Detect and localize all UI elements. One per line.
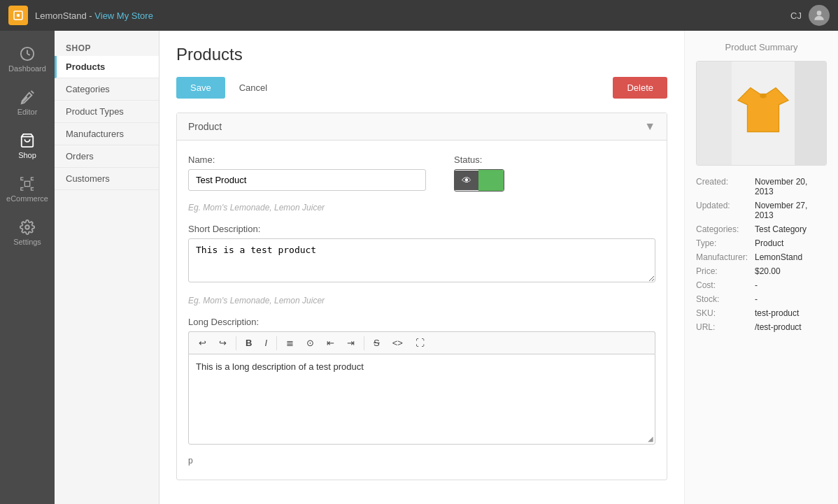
long-desc-group: Long Description: ↩ ↪ B I ≣ ⊙ ⇤ ⇥ (188, 317, 655, 445)
nav-item-manufacturers[interactable]: Manufacturers (55, 123, 159, 145)
product-image-main (732, 62, 795, 165)
meta-created: Created: November 20, 2013 (696, 177, 827, 196)
meta-url: URL: /test-product (696, 322, 827, 332)
page-title: Products (176, 45, 667, 64)
categories-label: Categories: (696, 224, 752, 234)
nav-item-products[interactable]: Products (55, 56, 159, 78)
name-input[interactable] (188, 169, 426, 191)
content-wrapper: Products Save Cancel Delete Product ▼ Na… (159, 31, 838, 504)
cancel-button[interactable]: Cancel (232, 77, 274, 99)
type-value: Product (755, 238, 783, 248)
nav-item-orders[interactable]: Orders (55, 145, 159, 168)
updated-value: November 27, 2013 (755, 201, 827, 220)
summary-meta: Created: November 20, 2013 Updated: Nove… (696, 177, 827, 332)
indent-button[interactable]: ⇥ (341, 335, 360, 351)
nav-item-customers[interactable]: Customers (55, 168, 159, 190)
bold-button[interactable]: B (240, 335, 257, 351)
svg-point-1 (17, 14, 20, 17)
ol-button[interactable]: ⊙ (301, 335, 320, 351)
status-group: Status: 👁 (454, 154, 504, 192)
redo-button[interactable]: ↪ (213, 335, 232, 351)
sidebar-item-editor[interactable]: Editor (0, 81, 55, 124)
svg-line-5 (27, 54, 30, 55)
editor-label: Editor (17, 108, 38, 116)
delete-button[interactable]: Delete (613, 77, 667, 99)
toolbar-separator-1 (236, 336, 236, 350)
meta-price: Price: $20.00 (696, 266, 827, 276)
name-status-row: Name: Status: 👁 (188, 154, 655, 192)
toggle-on-indicator (478, 170, 504, 191)
created-label: Created: (696, 177, 752, 196)
product-panel: Product ▼ Name: Status: (176, 113, 667, 480)
meta-manufacturer: Manufacturer: LemonStand (696, 252, 827, 262)
save-button[interactable]: Save (176, 77, 225, 99)
undo-button[interactable]: ↩ (193, 335, 212, 351)
cost-value: - (755, 280, 758, 290)
name-label: Name: (188, 154, 426, 165)
meta-cost: Cost: - (696, 280, 827, 290)
status-toggle[interactable]: 👁 (454, 169, 504, 192)
ul-button[interactable]: ≣ (280, 335, 299, 351)
price-label: Price: (696, 266, 752, 276)
status-toggle-btn[interactable]: 👁 (454, 169, 504, 192)
manufacturer-label: Manufacturer: (696, 252, 752, 262)
topbar-right: CJ (790, 5, 830, 26)
settings-label: Settings (13, 238, 41, 246)
content-main: Products Save Cancel Delete Product ▼ Na… (159, 31, 684, 504)
nav-item-product-types[interactable]: Product Types (55, 101, 159, 123)
avatar (809, 5, 830, 26)
main-layout: Dashboard Editor Shop eCommerce Settings… (0, 31, 838, 504)
fullscreen-button[interactable]: ⛶ (410, 335, 430, 351)
eye-icon: 👁 (455, 171, 478, 190)
sidebar-item-shop[interactable]: Shop (0, 124, 55, 168)
short-desc-hint: Eg. Mom's Lemonade, Lemon Juicer (188, 296, 655, 305)
italic-button[interactable]: I (259, 335, 273, 351)
type-label: Type: (696, 238, 752, 248)
sidebar-item-ecommerce[interactable]: eCommerce (0, 168, 55, 211)
svg-point-2 (817, 10, 822, 15)
product-image-thumb-left (697, 62, 732, 165)
app-logo (8, 6, 28, 25)
product-image-strip (696, 61, 827, 166)
short-desc-input[interactable] (188, 238, 655, 282)
topbar-title: LemonStand - View My Store (35, 10, 153, 21)
name-group: Name: (188, 154, 426, 192)
resize-handle[interactable]: ◢ (648, 435, 653, 442)
url-value: /test-product (755, 322, 802, 332)
stock-label: Stock: (696, 294, 752, 304)
manufacturer-value: LemonStand (755, 252, 802, 262)
long-desc-editor[interactable]: This is a long description of a test pro… (188, 354, 655, 445)
dashboard-label: Dashboard (8, 64, 46, 73)
svg-line-6 (31, 91, 34, 94)
shop-label: Shop (18, 151, 36, 159)
toolbar-separator-2 (276, 336, 277, 350)
sidebar-item-dashboard[interactable]: Dashboard (0, 38, 55, 81)
code-button[interactable]: <> (387, 335, 409, 351)
product-panel-body: Name: Status: 👁 (177, 141, 667, 480)
strikethrough-button[interactable]: S (368, 335, 385, 351)
editor-toolbar: ↩ ↪ B I ≣ ⊙ ⇤ ⇥ S <> (188, 331, 655, 354)
status-label: Status: (454, 154, 504, 165)
long-desc-label: Long Description: (188, 317, 655, 327)
product-image-thumb-right (795, 62, 827, 165)
product-section-label: Product (188, 121, 222, 132)
outdent-button[interactable]: ⇤ (321, 335, 340, 351)
ecommerce-label: eCommerce (6, 194, 48, 203)
summary-title: Product Summary (696, 42, 827, 52)
long-desc-text: This is a long description of a test pro… (196, 361, 364, 372)
nav-sidebar: Shop Products Categories Product Types M… (55, 31, 159, 504)
chevron-down-icon: ▼ (644, 120, 655, 133)
sidebar-item-settings[interactable]: Settings (0, 211, 55, 254)
url-label: URL: (696, 322, 752, 332)
svg-rect-8 (24, 181, 29, 186)
view-store-link[interactable]: View My Store (94, 10, 153, 21)
meta-stock: Stock: - (696, 294, 827, 304)
short-desc-group: Short Description: (188, 224, 655, 285)
nav-item-categories[interactable]: Categories (55, 78, 159, 101)
product-panel-header[interactable]: Product ▼ (177, 113, 667, 141)
product-tshirt-icon (732, 78, 795, 149)
toolbar: Save Cancel Delete (176, 77, 667, 99)
sku-label: SKU: (696, 308, 752, 318)
editor-p-tag: p (188, 456, 655, 466)
price-value: $20.00 (755, 266, 781, 276)
